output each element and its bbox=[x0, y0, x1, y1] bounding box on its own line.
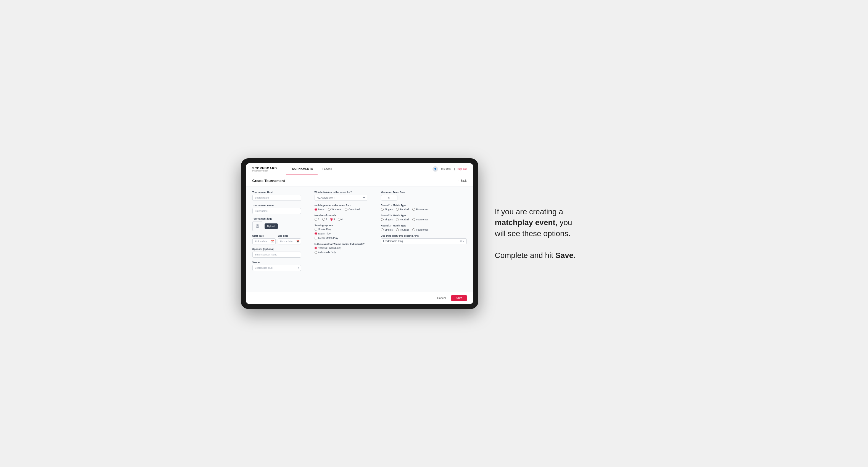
form-middle-column: Which division is the event for? NCAA Di… bbox=[308, 191, 374, 274]
tab-teams[interactable]: TEAMS bbox=[318, 163, 337, 175]
round3-foursomes[interactable]: Foursomes bbox=[412, 228, 429, 231]
round2-singles[interactable]: Singles bbox=[381, 218, 393, 221]
nav-right: 👤 Test User | Sign out bbox=[432, 166, 466, 172]
scoring-stroke-play[interactable]: Stroke Play bbox=[315, 228, 367, 230]
tournament-host-label: Tournament Host bbox=[252, 191, 301, 194]
page-header: Create Tournament ‹ Back bbox=[246, 175, 473, 186]
tournament-name-label: Tournament name bbox=[252, 204, 301, 207]
round3-singles[interactable]: Singles bbox=[381, 228, 393, 231]
save-button[interactable]: Save bbox=[451, 295, 466, 301]
api-label: Use third-party live scoring API? bbox=[381, 235, 467, 237]
content-area: Tournament Host Tournament name Tourname… bbox=[246, 186, 473, 292]
end-date-wrap: 📅 bbox=[278, 238, 301, 244]
max-team-size-input[interactable]: 5 bbox=[381, 195, 397, 200]
tournament-logo-group: Tournament logo 🖼 Upload bbox=[252, 217, 301, 231]
sponsor-group: Sponsor (optional) bbox=[252, 248, 301, 258]
logo-placeholder: 🖼 bbox=[252, 221, 262, 231]
teams-option-teams[interactable]: Teams (+Individuals) bbox=[315, 247, 367, 249]
round2-match-type-label: Round 2 - Match Type bbox=[381, 214, 467, 217]
venue-input[interactable] bbox=[252, 265, 301, 271]
sponsor-input[interactable] bbox=[252, 252, 301, 258]
scoring-radio-group: Stroke Play Match Play Medal Match Play bbox=[315, 228, 367, 240]
form-left-column: Tournament Host Tournament name Tourname… bbox=[252, 191, 308, 274]
tournament-logo-label: Tournament logo bbox=[252, 217, 301, 220]
venue-label: Venue bbox=[252, 261, 301, 264]
gender-option-womens[interactable]: Womens bbox=[328, 208, 341, 211]
upload-button[interactable]: Upload bbox=[265, 223, 278, 229]
navbar: SCOREBOARD Powered by clippit TOURNAMENT… bbox=[246, 163, 473, 175]
scoring-match-play[interactable]: Match Play bbox=[315, 232, 367, 235]
api-tag: Leaderboard King ✕ ▾ bbox=[381, 238, 467, 244]
division-select[interactable]: NCAA Division I bbox=[315, 195, 367, 201]
back-button[interactable]: ‹ Back bbox=[459, 179, 467, 182]
start-date-wrap: 📅 bbox=[252, 238, 276, 244]
avatar: 👤 bbox=[432, 166, 438, 172]
round3-match-type-section: Round 3 - Match Type Singles Fourball bbox=[381, 224, 467, 231]
gender-label: Which gender is the event for? bbox=[315, 204, 367, 207]
gender-option-mens[interactable]: Mens bbox=[315, 208, 324, 211]
scoring-medal-match-play[interactable]: Medal Match Play bbox=[315, 237, 367, 240]
chevron-left-icon: ‹ bbox=[459, 179, 459, 182]
nav-separator: | bbox=[454, 168, 455, 170]
date-row: Start date 📅 End date bbox=[252, 235, 301, 244]
round1-singles[interactable]: Singles bbox=[381, 208, 393, 211]
annotation-matchplay: If you are creating a matchplay event, y… bbox=[495, 206, 583, 239]
api-value: Leaderboard King bbox=[383, 240, 458, 243]
venue-group: Venue ▾ bbox=[252, 261, 301, 271]
api-group: Use third-party live scoring API? Leader… bbox=[381, 235, 467, 244]
round-1[interactable]: 1 bbox=[315, 218, 319, 221]
tab-tournaments[interactable]: TOURNAMENTS bbox=[286, 163, 318, 175]
cancel-button[interactable]: Cancel bbox=[434, 295, 449, 301]
dates-group: Start date 📅 End date bbox=[252, 235, 301, 244]
sign-out-link[interactable]: Sign out bbox=[457, 168, 466, 170]
rounds-radio-group: 1 2 3 bbox=[315, 218, 367, 221]
api-close-icon[interactable]: ✕ ▾ bbox=[460, 240, 464, 243]
start-date-group: Start date 📅 bbox=[252, 235, 276, 244]
max-team-size-label: Maximum Team Size bbox=[381, 191, 467, 194]
max-team-size-group: Maximum Team Size 5 bbox=[381, 191, 467, 200]
round3-match-options: Singles Fourball Foursomes bbox=[381, 228, 467, 231]
round1-match-type-label: Round 1 - Match Type bbox=[381, 204, 467, 207]
scoring-group: Scoring system Stroke Play Match Play bbox=[315, 224, 367, 240]
division-group: Which division is the event for? NCAA Di… bbox=[315, 191, 367, 201]
tournament-host-input[interactable] bbox=[252, 195, 301, 201]
dropdown-arrow-icon: ▾ bbox=[298, 267, 299, 269]
round-3[interactable]: 3 bbox=[330, 218, 335, 221]
round2-fourball[interactable]: Fourball bbox=[396, 218, 409, 221]
teams-option-individuals[interactable]: Individuals Only bbox=[315, 251, 367, 254]
round-2[interactable]: 2 bbox=[322, 218, 327, 221]
venue-wrap: ▾ bbox=[252, 265, 301, 271]
rounds-label: Number of rounds bbox=[315, 214, 367, 217]
division-label: Which division is the event for? bbox=[315, 191, 367, 194]
form-container: Tournament Host Tournament name Tourname… bbox=[246, 186, 473, 279]
scoring-label: Scoring system bbox=[315, 224, 367, 227]
brand-title: SCOREBOARD bbox=[252, 166, 277, 170]
sponsor-label: Sponsor (optional) bbox=[252, 248, 301, 250]
annotation-area: If you are creating a matchplay event, y… bbox=[495, 206, 583, 261]
annotation-save: Complete and hit Save. bbox=[495, 250, 583, 261]
brand: SCOREBOARD Powered by clippit bbox=[252, 166, 277, 172]
rounds-group: Number of rounds 1 2 bbox=[315, 214, 367, 221]
page-wrapper: SCOREBOARD Powered by clippit TOURNAMENT… bbox=[241, 158, 627, 309]
round2-match-options: Singles Fourball Foursomes bbox=[381, 218, 467, 221]
round1-match-type-section: Round 1 - Match Type Singles Fourball bbox=[381, 204, 467, 211]
tablet-device: SCOREBOARD Powered by clippit TOURNAMENT… bbox=[241, 158, 478, 309]
round2-match-type-section: Round 2 - Match Type Singles Fourball bbox=[381, 214, 467, 221]
teams-group: Is this event for Teams and/or Individua… bbox=[315, 243, 367, 254]
form-footer: Cancel Save bbox=[246, 292, 473, 304]
round1-fourball[interactable]: Fourball bbox=[396, 208, 409, 211]
logo-upload-area: 🖼 Upload bbox=[252, 221, 301, 231]
round1-foursomes[interactable]: Foursomes bbox=[412, 208, 429, 211]
teams-radio-group: Teams (+Individuals) Individuals Only bbox=[315, 247, 367, 254]
tablet-screen: SCOREBOARD Powered by clippit TOURNAMENT… bbox=[246, 163, 473, 304]
calendar-icon-end: 📅 bbox=[296, 240, 299, 243]
tournament-host-group: Tournament Host bbox=[252, 191, 301, 201]
round2-foursomes[interactable]: Foursomes bbox=[412, 218, 429, 221]
gender-option-combined[interactable]: Combined bbox=[345, 208, 360, 211]
gender-radio-group: Mens Womens Combined bbox=[315, 208, 367, 211]
round3-fourball[interactable]: Fourball bbox=[396, 228, 409, 231]
start-date-label: Start date bbox=[252, 235, 276, 237]
form-right-column: Maximum Team Size 5 Round 1 - Match Type… bbox=[374, 191, 467, 274]
tournament-name-input[interactable] bbox=[252, 208, 301, 214]
round-4[interactable]: 4 bbox=[338, 218, 343, 221]
